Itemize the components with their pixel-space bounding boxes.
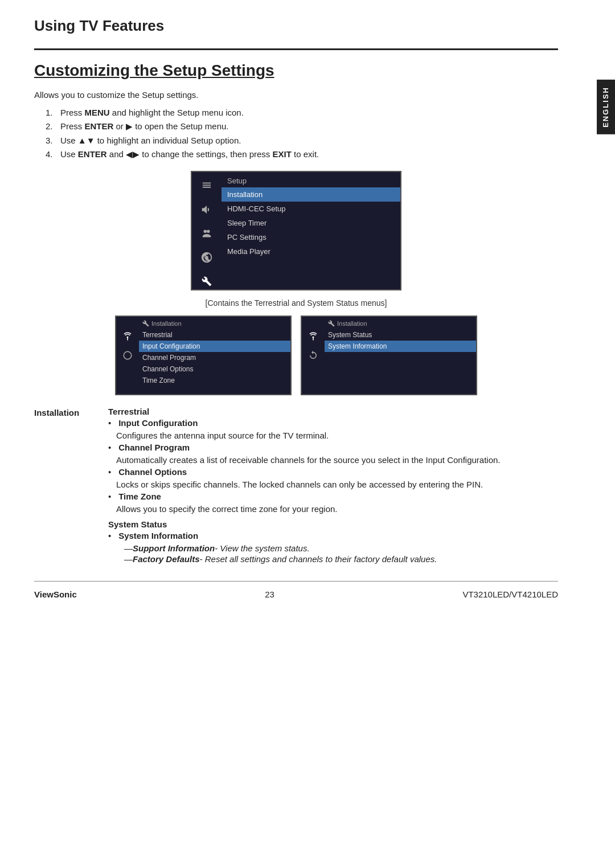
top-divider bbox=[34, 48, 558, 50]
time-zone-item: • Time Zone bbox=[108, 492, 558, 501]
sub-menu-right-label: Installation bbox=[325, 319, 476, 329]
step-1: 1. Press MENU and highlight the Setup me… bbox=[46, 108, 558, 117]
step-2-text: Press ENTER or ▶ to open the Setup menu. bbox=[60, 121, 229, 132]
tv-menu-item-media: Media Player bbox=[222, 244, 400, 259]
terrestrial-note: [Contains the Terrestrial and System Sta… bbox=[34, 298, 558, 308]
section-title: Using TV Features bbox=[34, 17, 558, 38]
system-info-title: System Information bbox=[118, 531, 198, 541]
step-num-3: 3. bbox=[46, 136, 60, 145]
info-section: Installation Terrestrial • Input Configu… bbox=[34, 407, 558, 570]
info-content: Terrestrial • Input Configuration Config… bbox=[108, 407, 558, 570]
step-num-4: 4. bbox=[46, 149, 60, 159]
step-num-1: 1. bbox=[46, 108, 60, 117]
tv-menu-item-installation: Installation bbox=[222, 187, 400, 202]
system-status-subsection: System Status • System Information —Supp… bbox=[108, 519, 558, 564]
input-config-text: Configures the antenna input source for … bbox=[116, 431, 558, 440]
svg-rect-2 bbox=[203, 187, 211, 188]
svg-point-6 bbox=[124, 351, 132, 359]
tv-menu-item-pc: PC Settings bbox=[222, 230, 400, 244]
intro-text: Allows you to customize the Setup settin… bbox=[34, 90, 558, 100]
sub-menu-right-circle-icon bbox=[306, 349, 320, 362]
sub-menu-left-terrestrial: Terrestrial bbox=[139, 329, 290, 341]
footer-brand: ViewSonic bbox=[34, 589, 77, 599]
tv-menu-box: Setup Installation HDMI-CEC Setup Sleep … bbox=[191, 171, 401, 290]
time-zone-text: Allows you to specify the correct time z… bbox=[116, 504, 558, 514]
channel-options-text: Locks or skips specific channels. The lo… bbox=[116, 480, 558, 489]
sub-menu-left-label: Installation bbox=[139, 319, 290, 329]
sub-menu-left-antenna-icon bbox=[121, 329, 134, 343]
bottom-divider bbox=[34, 581, 558, 582]
sub-menu-left-time-zone: Time Zone bbox=[139, 375, 290, 386]
sub-menu-left-channel-opt: Channel Options bbox=[139, 363, 290, 375]
input-config-item: • Input Configuration bbox=[108, 418, 558, 428]
sub-menu-right-system-info: System Information bbox=[325, 341, 476, 352]
footer-page-num: 23 bbox=[265, 589, 274, 599]
tv-network-icon bbox=[198, 249, 216, 265]
tv-person-icon bbox=[198, 226, 216, 241]
system-info-item: • System Information bbox=[108, 531, 558, 541]
sub-menu-left-channel-prog: Channel Program bbox=[139, 352, 290, 363]
sub-menu-right: Installation System Status System Inform… bbox=[301, 316, 477, 395]
tv-menu-list: Setup Installation HDMI-CEC Setup Sleep … bbox=[222, 172, 400, 289]
page-footer: ViewSonic 23 VT3210LED/VT4210LED bbox=[34, 589, 558, 605]
tv-wrench-icon bbox=[198, 273, 216, 289]
factory-defaults-dash: —Factory Defaults- Reset all settings an… bbox=[124, 554, 558, 564]
svg-rect-0 bbox=[203, 185, 211, 186]
sub-menu-right-list: Installation System Status System Inform… bbox=[325, 317, 476, 394]
sub-menu-left-list: Installation Terrestrial Input Configura… bbox=[139, 317, 290, 394]
tv-icons-column bbox=[192, 172, 222, 289]
channel-program-text: Automatically creates a list of receivab… bbox=[116, 455, 558, 465]
language-tab: ENGLISH bbox=[597, 80, 615, 134]
channel-program-title: Channel Program bbox=[118, 443, 190, 452]
sub-menu-right-antenna-icon bbox=[306, 329, 320, 343]
sub-menu-left-input-config: Input Configuration bbox=[139, 341, 290, 352]
tv-speaker-icon bbox=[198, 202, 216, 218]
tv-menu-item-hdmi: HDMI-CEC Setup bbox=[222, 202, 400, 216]
step-3-text: Use ▲▼ to highlight an individual Setup … bbox=[60, 136, 241, 145]
tv-menu-item-sleep: Sleep Timer bbox=[222, 216, 400, 230]
tv-menu-area: Setup Installation HDMI-CEC Setup Sleep … bbox=[34, 171, 558, 290]
terrestrial-subsection: Terrestrial • Input Configuration Config… bbox=[108, 407, 558, 514]
channel-options-item: • Channel Options bbox=[108, 467, 558, 477]
installation-label: Installation bbox=[34, 407, 108, 570]
svg-rect-1 bbox=[203, 183, 211, 184]
step-1-text: Press MENU and highlight the Setup menu … bbox=[60, 108, 244, 117]
sub-menu-left-circle-icon bbox=[121, 349, 134, 362]
step-4-text: Use ENTER and ◀▶ to change the settings,… bbox=[60, 149, 319, 159]
support-info-dash: —Support Information- View the system st… bbox=[124, 543, 558, 553]
input-config-title: Input Configuration bbox=[118, 418, 198, 428]
channel-program-item: • Channel Program bbox=[108, 443, 558, 452]
sub-menus-row: Installation Terrestrial Input Configura… bbox=[34, 316, 558, 395]
svg-point-4 bbox=[207, 230, 210, 234]
system-status-title: System Status bbox=[108, 519, 558, 529]
tv-menu-header: Setup bbox=[222, 174, 400, 187]
step-num-2: 2. bbox=[46, 121, 60, 131]
footer-model: VT3210LED/VT4210LED bbox=[462, 589, 558, 599]
steps-list: 1. Press MENU and highlight the Setup me… bbox=[34, 108, 558, 159]
step-4: 4. Use ENTER and ◀▶ to change the settin… bbox=[46, 149, 558, 159]
sub-menu-left: Installation Terrestrial Input Configura… bbox=[115, 316, 292, 395]
sub-menu-right-system-status: System Status bbox=[325, 329, 476, 341]
step-3: 3. Use ▲▼ to highlight an individual Set… bbox=[46, 136, 558, 145]
terrestrial-title: Terrestrial bbox=[108, 407, 558, 416]
sub-menu-right-icons bbox=[302, 317, 325, 394]
time-zone-title: Time Zone bbox=[118, 492, 161, 501]
svg-point-3 bbox=[204, 230, 207, 234]
page-title: Customizing the Setup Settings bbox=[34, 62, 558, 80]
sub-menu-left-icons bbox=[116, 317, 139, 394]
tv-settings-icon bbox=[198, 178, 216, 194]
step-2: 2. Press ENTER or ▶ to open the Setup me… bbox=[46, 121, 558, 132]
channel-options-title: Channel Options bbox=[118, 467, 187, 477]
